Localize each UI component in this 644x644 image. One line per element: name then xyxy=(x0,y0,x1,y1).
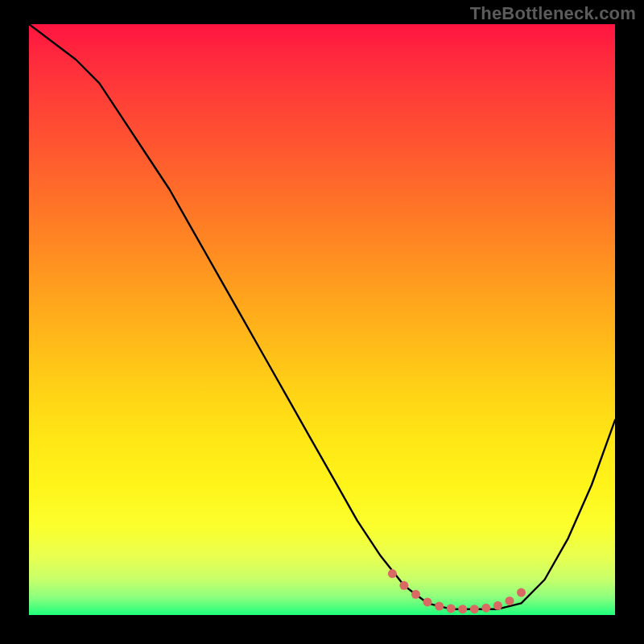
watermark-text: TheBottleneck.com xyxy=(470,3,636,24)
chart-frame: TheBottleneck.com xyxy=(0,0,644,644)
optimal-dot xyxy=(517,588,526,597)
optimal-dot xyxy=(411,590,420,599)
optimal-dot xyxy=(435,602,444,611)
optimal-dot xyxy=(423,597,432,606)
optimal-dot xyxy=(388,569,397,578)
optimal-dot xyxy=(447,604,456,613)
curve-line xyxy=(29,24,615,609)
bottleneck-curve xyxy=(29,24,615,615)
plot-area xyxy=(29,24,615,615)
optimal-dot xyxy=(506,597,514,605)
optimal-dot xyxy=(458,605,467,613)
optimal-dot xyxy=(470,605,479,613)
optimal-dot xyxy=(493,601,502,610)
optimal-dot xyxy=(399,581,408,590)
optimal-dot xyxy=(481,604,490,613)
